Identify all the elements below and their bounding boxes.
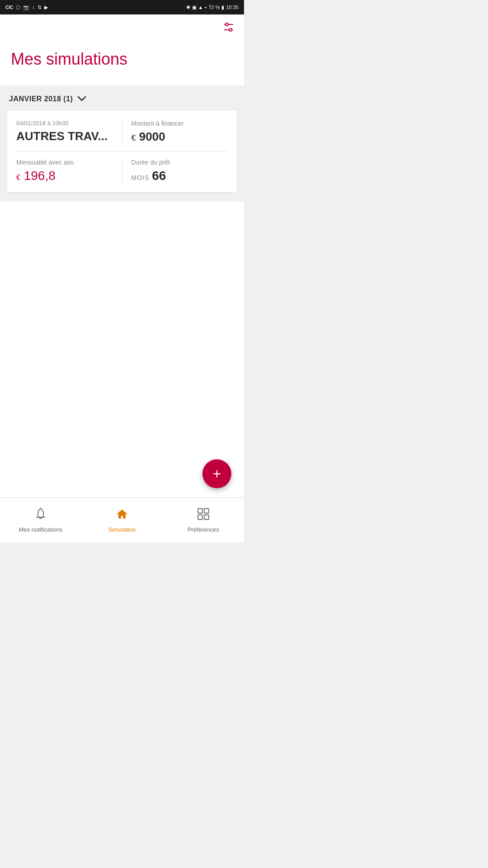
amount-number: 9000: [139, 130, 165, 143]
nav-label-preferences: Préférences: [188, 526, 219, 533]
svg-rect-5: [198, 509, 202, 513]
page-title: Mes simulations: [11, 50, 233, 69]
add-simulation-button[interactable]: +: [202, 459, 231, 488]
svg-point-1: [225, 23, 228, 26]
duree-mois-label: MOIS: [131, 174, 150, 181]
amount-currency: €: [131, 133, 136, 142]
top-bar: [0, 14, 244, 42]
mensualite-label: Mensualité avec ass.: [16, 159, 113, 166]
app-icon-1: ⬡: [16, 5, 20, 10]
sim-icon: ▪: [205, 5, 206, 10]
wifi-icon: ▲: [198, 5, 203, 10]
battery-text: 72 %: [208, 5, 220, 10]
section-title: JANVIER 2018 (1): [9, 95, 73, 103]
nav-item-preferences[interactable]: Préférences: [163, 498, 244, 542]
card-divider: [16, 151, 228, 151]
nav-item-simulation[interactable]: Simulation: [81, 498, 163, 542]
app-icon-2: 📷: [23, 5, 29, 10]
duree-label: Durée du prêt: [131, 159, 228, 166]
bluetooth-icon: ✱: [186, 5, 190, 10]
svg-rect-7: [198, 515, 202, 519]
mensualite-value: € 196,8: [16, 169, 113, 183]
main-content: JANVIER 2018 (1) 04/01/2018 à 10h35 AUTR…: [0, 85, 244, 201]
home-icon: [116, 508, 128, 524]
battery-icon: ▮: [221, 5, 224, 10]
mensualite-currency: €: [16, 174, 20, 181]
status-bar: CIC ⬡ 📷 ↕ ⇅ ▶ ✱ ▣ ▲ ▪ 72 % ▮ 10:35: [0, 0, 244, 14]
page-title-section: Mes simulations: [0, 42, 244, 85]
status-left-icons: CIC ⬡ 📷 ↕ ⇅ ▶: [5, 5, 48, 10]
bell-icon: [35, 508, 47, 524]
time: 10:35: [226, 5, 239, 10]
filter-icon[interactable]: [222, 21, 235, 36]
grid-icon: [197, 508, 210, 524]
nav-label-simulation: Simulation: [108, 526, 136, 533]
nav-label-notifications: Mes notifications: [19, 526, 63, 533]
svg-rect-8: [204, 515, 209, 519]
nav-item-notifications[interactable]: Mes notifications: [0, 498, 81, 542]
duree-value: MOIS 66: [131, 169, 228, 183]
app-icon-4: ⇅: [38, 5, 42, 10]
app-icon-5: ▶: [44, 5, 48, 10]
carrier-icon: CIC: [5, 5, 13, 10]
section-header[interactable]: JANVIER 2018 (1): [7, 94, 237, 104]
chevron-down-icon[interactable]: [77, 94, 86, 104]
card-timestamp: 04/01/2018 à 10h35: [16, 120, 113, 127]
simulation-card[interactable]: 04/01/2018 à 10h35 AUTRES TRAV... Montan…: [7, 111, 237, 192]
svg-rect-6: [204, 509, 209, 513]
nfc-icon: ▣: [192, 5, 197, 10]
status-right-icons: ✱ ▣ ▲ ▪ 72 % ▮ 10:35: [186, 5, 239, 10]
amount-value: € 9000: [131, 130, 228, 144]
bottom-nav: Mes notifications Simulation Préférences: [0, 497, 244, 542]
mensualite-number: 196,8: [24, 169, 56, 183]
amount-label: Montant à financer: [131, 120, 228, 127]
duree-number: 66: [152, 169, 166, 183]
fab-plus-icon: +: [213, 466, 221, 482]
card-name: AUTRES TRAV...: [16, 129, 113, 143]
svg-point-3: [229, 28, 232, 31]
app-icon-3: ↕: [32, 5, 35, 10]
